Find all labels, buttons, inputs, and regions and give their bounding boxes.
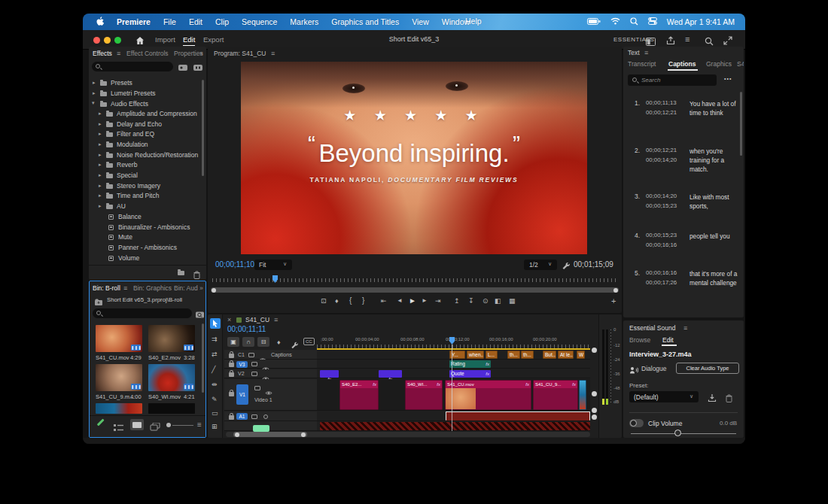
menu-sequence[interactable]: Sequence [242, 17, 277, 26]
type-tool[interactable]: ⊞ [212, 423, 218, 430]
caption-tc-out[interactable]: 00;00;12;21 [646, 109, 677, 116]
control-center-icon[interactable] [648, 17, 657, 26]
lock-track-icon[interactable] [229, 415, 234, 420]
caption-tc-in[interactable]: 00;00;15;23 [646, 232, 677, 238]
video-clip-s41cu9[interactable]: S41_CU_9...fx [533, 380, 578, 410]
audio-meters[interactable]: 0 -12 -24 -36 -48 dB [598, 314, 622, 438]
zoom-handle-right[interactable] [301, 433, 306, 437]
timeline-panel-menu-icon[interactable]: ≡ [274, 316, 278, 323]
menu-file[interactable]: File [163, 17, 176, 26]
caption-tc-in[interactable]: 00;00;16;16 [646, 269, 677, 276]
search-bin-icon[interactable] [195, 308, 205, 322]
vscroll-handle[interactable] [592, 348, 597, 353]
menu-edit[interactable]: Edit [189, 17, 202, 26]
bin-clip-thumbnail[interactable]: ❚❚❚ [148, 364, 195, 391]
button-editor-plus-icon[interactable]: + [611, 296, 616, 305]
snap-toggle-button[interactable]: ∩ [242, 337, 254, 347]
delete-icon[interactable] [193, 269, 200, 280]
mark-out-icon[interactable]: } [362, 296, 364, 305]
clip-volume-knob[interactable] [674, 430, 681, 436]
bin-breadcrumb[interactable]: Short Edit v65_3.prproj\B-roll [107, 296, 182, 303]
multi-camera-icon[interactable]: ▦ [509, 297, 516, 305]
bin-clip-thumbnail[interactable]: ❚❚❚ [96, 325, 142, 352]
stacked-panels-icon[interactable]: ≡ [685, 35, 689, 44]
program-video-frame[interactable]: ★ ★ ★ ★ ★ “ Beyond inspiring. ” TATIANA … [241, 62, 587, 254]
video-clip-s41cu[interactable]: S41_CU.movfx [445, 380, 531, 410]
caption-clip[interactable]: th... [521, 351, 534, 359]
comparison-view-icon[interactable]: ◧ [495, 297, 501, 305]
mark-in-icon[interactable]: { [349, 296, 352, 305]
apple-icon[interactable] [96, 17, 105, 28]
bin-clip-thumbnail[interactable]: ❚❚❚ [148, 325, 195, 352]
bin-clip-name[interactable]: S41_CU.mov [96, 354, 129, 361]
caption-clip[interactable]: th... [507, 351, 520, 359]
bin-clip-name[interactable]: S40_E2.mov [148, 354, 181, 361]
effects-search-input[interactable] [92, 62, 173, 71]
caption-text[interactable]: people tell you [689, 232, 739, 241]
program-panel-menu-icon[interactable]: ≡ [271, 50, 275, 57]
tab-edit[interactable]: Edit [662, 336, 674, 344]
track-visibility-eye-icon[interactable] [265, 385, 272, 390]
chevron-right-icon[interactable]: ▸ [93, 90, 96, 96]
tab-transcript[interactable]: Transcript [628, 60, 656, 68]
vscroll-handle[interactable] [592, 414, 597, 420]
play-button[interactable]: ► [409, 296, 416, 305]
clip-volume-slider[interactable] [631, 433, 736, 434]
bin-clip-thumbnail[interactable] [148, 403, 195, 414]
caption-tc-out[interactable]: 00;00;15;23 [646, 202, 677, 209]
tab-effects[interactable]: Effects [93, 50, 112, 57]
tab-bin-audio[interactable]: Bin: Audio [174, 284, 198, 292]
linked-selection-button[interactable]: ⊟ [257, 337, 269, 347]
quote-graphic-clip[interactable]: Quotefx [449, 370, 491, 378]
monitor-scrollbar[interactable] [211, 287, 619, 293]
step-forward-icon[interactable]: ► [422, 297, 428, 304]
zoom-level-dropdown[interactable]: Fit ∨ [254, 260, 292, 270]
rectangle-tool[interactable]: ▭ [212, 409, 218, 417]
captions-search-input[interactable]: Search [628, 74, 717, 86]
panel-overflow-icon[interactable]: » [199, 50, 203, 57]
captions-scrollbar[interactable] [740, 92, 742, 156]
freeform-view-icon[interactable] [150, 421, 160, 434]
scrollbar-left-handle[interactable] [212, 288, 216, 293]
tab-effect-controls[interactable]: Effect Controls [126, 50, 169, 57]
track-target-v2[interactable]: V2 [238, 371, 245, 376]
video-clip-small[interactable] [579, 380, 586, 410]
spotlight-search-icon[interactable] [630, 17, 638, 27]
audio-type-label[interactable]: Dialogue [641, 365, 667, 372]
caption-text[interactable]: that it's more of a mental challenge [689, 269, 739, 287]
caption-tc-out[interactable]: 00;00;17;26 [646, 279, 677, 286]
export-frame-camera-icon[interactable]: ⊙ [482, 297, 489, 305]
menu-premiere[interactable]: Premiere [117, 17, 151, 26]
go-to-out-icon[interactable]: ⇥ [435, 297, 441, 305]
chevron-down-icon[interactable]: ▾ [92, 100, 95, 106]
add-marker-icon[interactable]: ♦ [335, 297, 339, 305]
scrollbar-right-handle[interactable] [613, 288, 618, 293]
graphic-clip[interactable]: fx [379, 370, 402, 378]
program-monitor-title[interactable]: Program: S41_CU [214, 50, 266, 57]
captions-more-options-icon[interactable]: ••• [724, 76, 732, 81]
step-back-icon[interactable]: ◄ [397, 297, 403, 304]
new-bin-icon[interactable] [178, 271, 184, 275]
extract-icon[interactable]: ↧ [468, 297, 474, 305]
clear-audio-type-button[interactable]: Clear Audio Type [676, 363, 739, 374]
nest-toggle-button[interactable]: ▣ [227, 337, 239, 347]
text-panel-menu-icon[interactable]: ≡ [644, 49, 648, 56]
tab-bin-broll[interactable]: Bin: B-roll [93, 284, 120, 292]
tab-bin-graphics[interactable]: Bin: Graphics [133, 284, 172, 292]
thumbnail-zoom-knob[interactable] [166, 423, 171, 427]
caption-clip[interactable]: But... [543, 351, 556, 359]
accelerated-effects-icon[interactable] [178, 62, 188, 75]
caption-tc-in[interactable]: 00;00;12;21 [646, 147, 677, 153]
timeline-horizontal-scrollbar[interactable] [226, 432, 590, 437]
menu-graphics-titles[interactable]: Graphics and Titles [331, 17, 399, 26]
effects-scrollbar[interactable] [202, 80, 204, 176]
track-visibility-eye-icon[interactable] [259, 352, 266, 357]
track-target-v1[interactable]: V1 [236, 384, 248, 405]
audio-clip-hatched[interactable] [320, 422, 590, 430]
clip-volume-toggle[interactable] [629, 419, 644, 427]
panel-overflow-icon[interactable]: » [199, 284, 203, 292]
tab-s4-truncated[interactable]: S4 [737, 60, 744, 68]
menu-view[interactable]: View [412, 17, 429, 26]
lift-icon[interactable]: ↥ [454, 297, 460, 305]
essential-sound-menu-icon[interactable]: ≡ [683, 324, 687, 332]
